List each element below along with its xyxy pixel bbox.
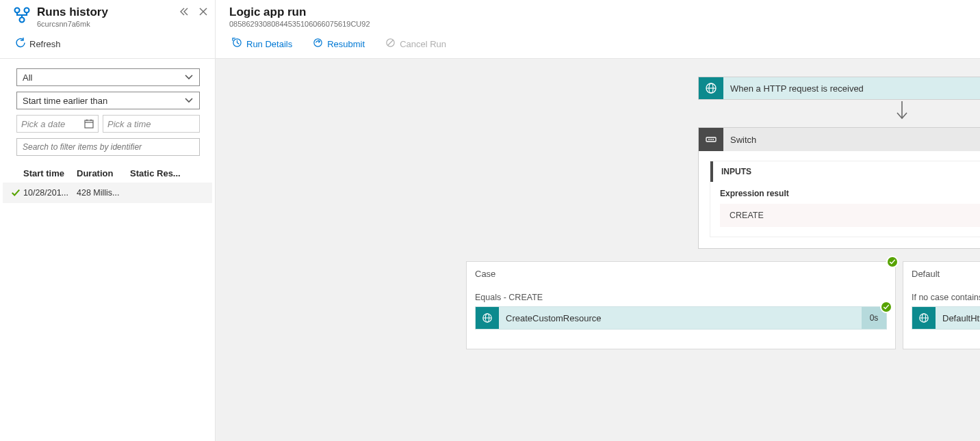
step-switch-card: Switch 0s INPUTS Show raw inputs Express… xyxy=(698,127,980,249)
time-picker[interactable]: Pick a time xyxy=(103,115,200,133)
calendar-icon xyxy=(84,119,94,129)
step-create-custom-resource[interactable]: CreateCustomResource 0s xyxy=(475,306,887,330)
switch-icon xyxy=(699,128,723,151)
run-detail-panel: Logic app run 08586293080844535106066075… xyxy=(216,0,980,441)
inputs-label: INPUTS xyxy=(721,167,751,176)
step-http-trigger[interactable]: When a HTTP request is received 0s xyxy=(698,77,980,100)
date-placeholder: Pick a date xyxy=(21,119,65,129)
date-picker[interactable]: Pick a date xyxy=(16,115,99,133)
run-details-button[interactable]: Run Details xyxy=(228,35,296,53)
search-box[interactable] xyxy=(16,138,200,156)
case-header: Case xyxy=(475,269,887,279)
cell-start-time: 10/28/201... xyxy=(23,188,77,198)
step-title: CreateCustomResource xyxy=(499,307,862,329)
expression-result-value: CREATE xyxy=(730,211,764,220)
col-static-results[interactable]: Static Res... xyxy=(130,168,208,178)
collapse-panel-button[interactable] xyxy=(179,7,189,18)
chevron-down-icon xyxy=(184,72,194,82)
time-placeholder: Pick a time xyxy=(107,119,151,129)
refresh-icon xyxy=(15,38,25,50)
close-panel-button[interactable] xyxy=(198,7,208,18)
resubmit-label: Resubmit xyxy=(327,39,365,49)
search-input[interactable] xyxy=(21,139,195,155)
cancel-label: Cancel Run xyxy=(400,39,446,49)
page-title: Logic app run xyxy=(229,5,980,19)
cell-duration: 428 Millis... xyxy=(77,188,130,198)
panel-subtitle: 6curcsnn7a6mk xyxy=(37,20,179,28)
run-id: 08586293080844535106066075619CU92 xyxy=(229,20,980,28)
cancel-icon xyxy=(385,38,396,50)
chevron-down-icon xyxy=(184,96,194,105)
resubmit-icon xyxy=(313,38,323,50)
globe-icon xyxy=(699,77,723,99)
col-start-time[interactable]: Start time xyxy=(23,168,77,178)
default-box: Default If no case contains a matching v… xyxy=(903,261,980,349)
status-badge-success xyxy=(886,256,899,268)
case-condition: Equals - CREATE xyxy=(475,293,887,302)
table-row[interactable]: 10/28/201... 428 Millis... xyxy=(3,183,212,203)
status-success-icon xyxy=(8,188,23,198)
cancel-run-button: Cancel Run xyxy=(381,35,450,53)
col-duration[interactable]: Duration xyxy=(77,168,130,178)
resubmit-button[interactable]: Resubmit xyxy=(309,35,369,53)
run-details-label: Run Details xyxy=(246,39,292,49)
time-filter-value: Start time earlier than xyxy=(23,96,107,106)
runs-table: Start time Duration Static Res... 10/28/… xyxy=(3,164,212,203)
panel-title: Runs history xyxy=(37,5,179,19)
arrow-down-icon xyxy=(895,101,909,122)
time-filter-select[interactable]: Start time earlier than xyxy=(16,92,200,109)
logic-app-icon xyxy=(12,5,31,25)
refresh-button[interactable]: Refresh xyxy=(11,35,65,53)
step-title: When a HTTP request is received xyxy=(723,77,980,99)
refresh-label: Refresh xyxy=(29,39,61,49)
case-box: Case Equals - CREATE CreateCustomResourc… xyxy=(466,261,896,349)
step-title[interactable]: Switch xyxy=(723,128,980,151)
status-filter-select[interactable]: All xyxy=(16,68,200,86)
status-badge-success xyxy=(880,301,892,313)
globe-icon xyxy=(912,307,936,329)
workflow-canvas[interactable]: When a HTTP request is received 0s Switc… xyxy=(216,59,980,441)
history-icon xyxy=(232,38,242,50)
expression-result-label: Expression result xyxy=(720,189,980,198)
default-condition: If no case contains a matching value xyxy=(912,293,980,302)
status-filter-value: All xyxy=(23,72,32,83)
step-title: DefaultHttpResponse xyxy=(936,307,980,329)
step-default-http-response[interactable]: DefaultHttpResponse xyxy=(912,306,980,330)
globe-icon xyxy=(476,307,499,329)
runs-history-panel: Runs history 6curcsnn7a6mk Refresh All S… xyxy=(0,0,216,441)
default-header: Default xyxy=(912,269,980,279)
